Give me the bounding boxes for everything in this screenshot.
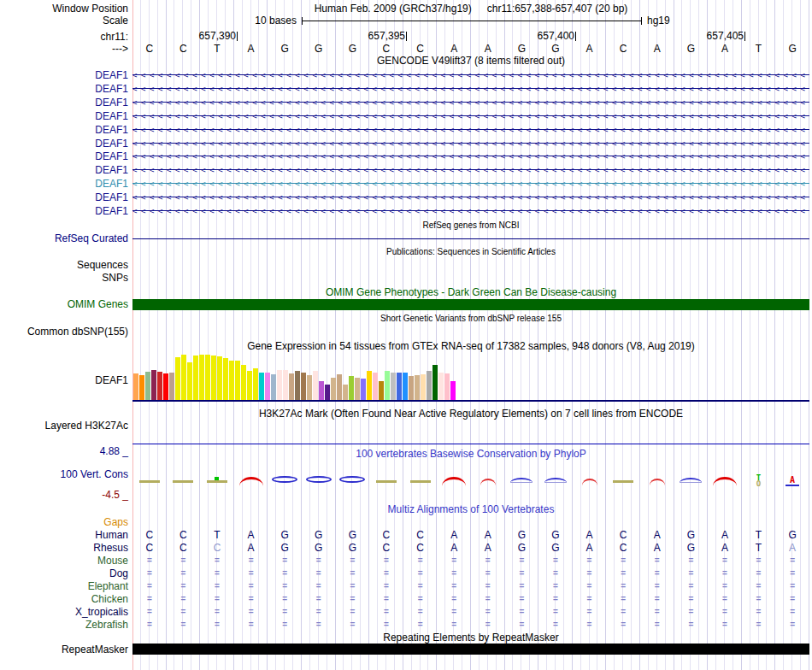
gtex-tissue-bar[interactable] (133, 373, 138, 400)
gtex-tissue-bar[interactable] (139, 375, 144, 400)
gencode-transcript-item[interactable]: <<<<<<<<<<<<<<<<<<<<<<<<<<<<<<<<<<<<<<<<… (132, 69, 809, 81)
gtex-tissue-bar[interactable] (367, 371, 372, 400)
reference-sequence[interactable]: CCTAGGGCCAAGGACAGATG (132, 43, 809, 55)
gencode-transcript-label[interactable]: DEAF1 (0, 205, 128, 217)
gtex-tissue-bar[interactable] (325, 385, 330, 400)
gtex-gene-label[interactable]: DEAF1 (0, 374, 128, 386)
multiz-alignment-row[interactable]: ==================== (132, 580, 809, 592)
multiz-species-label[interactable]: Dog (0, 567, 128, 579)
gtex-tissue-bar[interactable] (277, 370, 282, 400)
gtex-tissue-bar[interactable] (415, 375, 420, 400)
gencode-transcript-label[interactable]: DEAF1 (0, 150, 128, 162)
gtex-tissue-bar[interactable] (379, 381, 384, 400)
gencode-transcript-item[interactable]: <<<<<<<<<<<<<<<<<<<<<<<<<<<<<<<<<<<<<<<<… (132, 110, 809, 122)
gtex-tissue-bar[interactable] (157, 372, 162, 400)
repeatmasker-element-bar[interactable] (132, 644, 809, 655)
gtex-tissue-bar[interactable] (427, 371, 432, 400)
gtex-tissue-bar[interactable] (403, 373, 408, 400)
gtex-tissue-bar[interactable] (253, 368, 258, 400)
gtex-expression-bars[interactable] (133, 352, 456, 400)
dbsnp-label[interactable]: Common dbSNP(155) (0, 326, 128, 338)
gtex-tissue-bar[interactable] (391, 373, 396, 400)
multiz-alignment-row[interactable]: CCCAGGGCCAAGGACAGATA (132, 542, 809, 554)
gtex-tissue-bar[interactable] (217, 356, 222, 400)
gencode-transcript-item[interactable]: <<<<<<<<<<<<<<<<<<<<<<<<<<<<<<<<<<<<<<<<… (132, 164, 809, 176)
repeatmasker-label[interactable]: RepeatMasker (0, 644, 128, 655)
gtex-tissue-bar[interactable] (259, 373, 264, 400)
multiz-alignment-row[interactable] (132, 516, 809, 528)
multiz-species-label[interactable]: Mouse (0, 555, 128, 567)
gtex-tissue-bar[interactable] (205, 355, 210, 400)
multiz-species-label[interactable]: Human (0, 529, 128, 541)
multiz-species-label[interactable]: X_tropicalis (0, 606, 128, 618)
phylop-conservation-plot[interactable]: TOA (132, 473, 809, 489)
gtex-tissue-bar[interactable] (450, 381, 456, 400)
gtex-tissue-bar[interactable] (432, 365, 438, 400)
multiz-alignment-row[interactable]: ==================== (132, 606, 809, 618)
gtex-tissue-bar[interactable] (169, 373, 174, 400)
gencode-transcript-label[interactable]: DEAF1 (0, 138, 128, 150)
gencode-transcript-item[interactable]: <<<<<<<<<<<<<<<<<<<<<<<<<<<<<<<<<<<<<<<<… (132, 191, 809, 203)
gtex-tissue-bar[interactable] (247, 371, 252, 400)
gtex-tissue-bar[interactable] (438, 373, 444, 400)
gtex-tissue-bar[interactable] (444, 373, 450, 400)
gencode-transcript-label[interactable]: DEAF1 (0, 191, 128, 203)
gencode-transcript-label[interactable]: DEAF1 (0, 124, 128, 136)
gtex-tissue-bar[interactable] (283, 370, 288, 400)
gtex-tissue-bar[interactable] (421, 374, 426, 400)
gtex-tissue-bar[interactable] (181, 355, 186, 400)
gtex-tissue-bar[interactable] (187, 362, 192, 400)
gtex-tissue-bar[interactable] (313, 371, 318, 400)
gtex-tissue-bar[interactable] (175, 357, 180, 400)
gtex-tissue-bar[interactable] (361, 379, 366, 400)
gencode-transcript-label[interactable]: DEAF1 (0, 178, 128, 190)
gtex-tissue-bar[interactable] (307, 375, 312, 400)
gtex-tissue-bar[interactable] (331, 378, 336, 400)
multiz-species-label[interactable]: Rhesus (0, 542, 128, 554)
gencode-transcript-label[interactable]: DEAF1 (0, 110, 128, 122)
sequences-label[interactable]: Sequences (0, 259, 128, 271)
refseq-curated-item[interactable] (132, 238, 809, 239)
gtex-tissue-bar[interactable] (349, 376, 354, 400)
gencode-transcript-label[interactable]: DEAF1 (0, 164, 128, 176)
multiz-species-label[interactable]: Gaps (0, 516, 128, 528)
gtex-tissue-bar[interactable] (193, 356, 198, 400)
gtex-tissue-bar[interactable] (355, 378, 360, 400)
gtex-tissue-bar[interactable] (385, 371, 390, 400)
gtex-tissue-bar[interactable] (289, 373, 294, 400)
omim-genes-label[interactable]: OMIM Genes (0, 298, 128, 310)
gtex-tissue-bar[interactable] (397, 373, 402, 400)
gtex-tissue-bar[interactable] (241, 365, 246, 400)
gencode-transcript-item[interactable]: <<<<<<<<<<<<<<<<<<<<<<<<<<<<<<<<<<<<<<<<… (132, 178, 809, 190)
gtex-tissue-bar[interactable] (343, 385, 348, 400)
gencode-transcript-item[interactable]: <<<<<<<<<<<<<<<<<<<<<<<<<<<<<<<<<<<<<<<<… (132, 205, 809, 217)
multiz-species-label[interactable]: Chicken (0, 593, 128, 605)
gtex-tissue-bar[interactable] (151, 370, 156, 400)
gtex-tissue-bar[interactable] (319, 381, 324, 400)
conservation-label[interactable]: 100 Vert. Cons (0, 468, 128, 480)
gtex-tissue-bar[interactable] (301, 373, 306, 400)
gtex-tissue-bar[interactable] (223, 358, 228, 400)
multiz-alignment-row[interactable]: CCTAGGGCCAAGGACAGATG (132, 529, 809, 541)
multiz-alignment-row[interactable]: ==================== (132, 567, 809, 579)
gtex-tissue-bar[interactable] (211, 356, 216, 400)
multiz-alignment-row[interactable]: ==================== (132, 555, 809, 567)
gtex-tissue-bar[interactable] (163, 373, 168, 400)
gtex-tissue-bar[interactable] (235, 361, 240, 400)
multiz-alignment-row[interactable]: ==================== (132, 619, 809, 631)
gencode-transcript-label[interactable]: DEAF1 (0, 69, 128, 81)
snps-label[interactable]: SNPs (0, 272, 128, 284)
gencode-transcript-item[interactable]: <<<<<<<<<<<<<<<<<<<<<<<<<<<<<<<<<<<<<<<<… (132, 150, 809, 162)
gtex-tissue-bar[interactable] (295, 371, 300, 400)
multiz-species-label[interactable]: Zebrafish (0, 619, 128, 631)
omim-gene-bar[interactable] (132, 299, 809, 310)
gtex-tissue-bar[interactable] (145, 372, 150, 400)
gtex-tissue-bar[interactable] (265, 373, 270, 400)
gtex-tissue-bar[interactable] (337, 374, 342, 400)
gtex-tissue-bar[interactable] (271, 374, 276, 400)
gencode-transcript-item[interactable]: <<<<<<<<<<<<<<<<<<<<<<<<<<<<<<<<<<<<<<<<… (132, 83, 809, 95)
gencode-transcript-item[interactable]: <<<<<<<<<<<<<<<<<<<<<<<<<<<<<<<<<<<<<<<<… (132, 97, 809, 109)
gtex-tissue-bar[interactable] (199, 355, 204, 400)
h3k27ac-label[interactable]: Layered H3K27Ac (0, 420, 128, 432)
refseq-curated-label[interactable]: RefSeq Curated (0, 232, 128, 244)
